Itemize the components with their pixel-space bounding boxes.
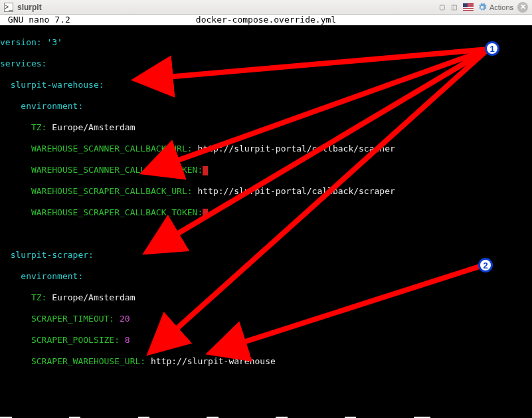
env-key: TZ: [0,122,46,132]
env-val: 8 [120,335,130,345]
actions-label[interactable]: Actions [489,3,513,11]
yaml-key: environment: [0,271,83,281]
close-icon[interactable]: ✕ [517,2,528,13]
env-key: TZ: [0,292,46,302]
env-key: WAREHOUSE_SCRAPER_CALLBACK_TOKEN: [0,207,203,217]
nano-header: GNU nano 7.2 docker-compose.override.yml [0,15,532,25]
nano-footer: ^G Help ^O Write Out ^W Where Is ^K Cut … [0,395,532,418]
window-button-icon[interactable]: ◫ [450,3,459,12]
env-key: WAREHOUSE_SCANNER_CALLBACK_TOKEN: [0,165,203,175]
env-val: 20 [114,314,130,324]
app-title: slurpit [17,3,42,12]
env-val: http://slurpit-portal/callback/scanner [193,144,395,154]
env-key: WAREHOUSE_SCRAPER_CALLBACK_URL: [0,186,193,196]
gear-icon[interactable] [478,3,487,12]
env-key: WAREHOUSE_SCANNER_CALLBACK_URL: [0,144,193,154]
yaml-key: services: [0,58,46,68]
service-name: slurpit-scraper: [0,250,94,260]
window: >_ slurpit ▢ ◫ Actions ✕ GNU nano 7.2 do… [0,0,532,418]
env-val: Europe/Amsterdam [46,122,135,132]
window-button-icon[interactable]: ▢ [438,3,447,12]
annotation-marker: 2 [478,258,493,272]
editor-content[interactable]: version: '3' services: slurpit-warehouse… [0,25,532,395]
redacted-block [203,209,208,218]
service-name: slurpit-warehouse: [0,80,104,90]
nano-filename: docker-compose.override.yml [0,15,532,25]
env-key: SCRAPER_WAREHOUSE_URL: [0,356,145,366]
titlebar: >_ slurpit ▢ ◫ Actions ✕ [0,0,532,15]
yaml-key: environment: [0,101,83,111]
env-key: SCRAPER_TIMEOUT: [0,314,114,324]
annotation-marker: 1 [485,41,499,56]
nano-version: GNU nano 7.2 [0,15,70,25]
flag-us-icon[interactable] [463,3,474,11]
env-val: http://slurpit-portal/callback/scraper [193,186,395,196]
env-val: Europe/Amsterdam [46,292,135,302]
terminal-icon: >_ [4,3,13,12]
redacted-block [203,166,208,175]
env-val: http://slurpit-warehouse [145,356,276,366]
env-key: SCRAPER_POOLSIZE: [0,335,120,345]
yaml-key: version: '3' [0,37,62,47]
